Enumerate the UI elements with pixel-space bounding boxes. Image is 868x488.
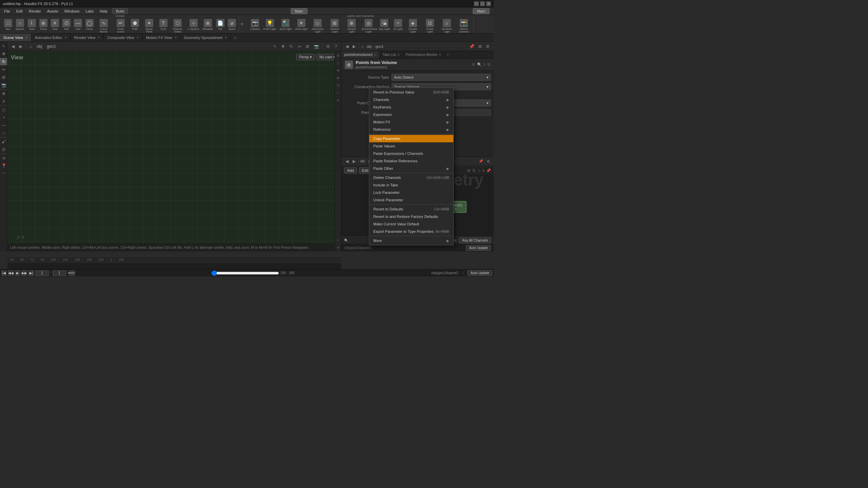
timeline-track[interactable] [7,263,341,269]
viewport-geo1-select[interactable]: geo1 [45,43,57,49]
prev-frame-btn[interactable]: ◀◀ [8,270,14,276]
rp-geo1-label[interactable]: geo1 [375,44,383,48]
viewport-settings-btn[interactable]: ⚙ [325,43,331,49]
ctx-paste-values[interactable]: Paste Values [369,142,453,150]
menu-file[interactable]: File [1,8,13,14]
viewport-scale-tool[interactable]: ⇔ [296,43,302,49]
vp-side-btn-3[interactable]: ⊕ [335,67,341,74]
key-all-channels-btn[interactable]: Key All Channels [459,238,491,243]
ctx-include-in-take[interactable]: Include in Take [369,181,453,189]
left-tool-rotate[interactable]: ↻ [0,58,7,65]
rp-home-btn[interactable]: ⌂ [360,43,365,49]
tab-motion-fx-view-close[interactable]: ✕ [174,36,177,39]
shelf-tool-torus[interactable]: ⊕ Torus [38,18,49,34]
shelf-tool-caustic-light[interactable]: ◈ Caustic Light [405,18,421,34]
menu-edit[interactable]: Edit [14,8,25,14]
ctx-motion-fx[interactable]: Motion FX ▶ [369,118,453,126]
shelf-add-button[interactable]: + [239,20,245,28]
left-tool-prim[interactable]: □ [0,129,7,137]
shelf-tool-sky-light[interactable]: 🌤 Sky Light [377,18,391,34]
shelf-tool-env-light[interactable]: ◎ Environment Light [360,18,377,34]
viewport-move-tool[interactable]: ✥ [280,43,286,49]
left-tool-handle[interactable]: ⊞ [0,74,7,81]
ctx-channels[interactable]: Channels ▶ [369,96,453,103]
shelf-tool-curve-bezier[interactable]: ∿ Curve Bezier [96,18,112,34]
frame-end-input[interactable] [53,270,66,276]
auto-update-btn[interactable]: Auto Update [466,245,491,251]
left-tool-grid[interactable]: # [0,98,7,105]
shelf-tool-sphere[interactable]: ○ Sphere [14,18,26,34]
ctx-revert-defaults[interactable]: Revert to Defaults Ctrl+MMB [369,205,453,213]
ctx-copy-parameter[interactable]: Copy Parameter [369,135,453,142]
viewport-handle-tool[interactable]: ⊞ [304,43,311,49]
shelf-tool-metaball[interactable]: ⊕ Metaball [201,18,214,34]
params-expand-icon[interactable]: ⊞ [487,62,490,67]
vp-side-btn-7[interactable]: ⌀ [335,97,341,103]
params-gear-icon[interactable]: ⚙ [472,62,475,67]
ctx-delete-channels[interactable]: Delete Channels Ctrl+Shift+LMB [369,174,453,181]
vp-side-btn-bottom2[interactable]: ✕ [335,244,341,251]
left-tool-paint[interactable]: 🖌 [0,138,7,145]
shelf-tool-draw-curve[interactable]: ✏ Draw Curve [113,18,129,34]
vp-side-btn-6[interactable]: • [335,89,341,96]
timeline-scrubber[interactable] [211,270,279,276]
menu-render[interactable]: Render [26,8,44,14]
rp-tab-take-list[interactable]: Take List ✕ [380,51,403,58]
rp-tab-perf-monitor[interactable]: Performance Monitor ✕ [403,51,445,58]
ctx-export-param[interactable]: Export Parameter to Type Properties Alt+… [369,228,453,235]
shelf-tool-distant-light[interactable]: ⊕ Distant Light [343,18,360,34]
menu-labs[interactable]: Labs [83,8,96,14]
rp-gear-btn[interactable]: ⚙ [485,43,491,49]
add-button[interactable]: Add [344,167,357,174]
ctx-revert-factory[interactable]: Revert to and Restore Factory Defaults [369,213,453,220]
frame-current-input[interactable] [35,270,49,276]
tab-geometry-spreadsheet-close[interactable]: ✕ [224,36,227,39]
shelf-tool-point-light[interactable]: 💡 Point Light [262,18,278,34]
ctx-unlock-param[interactable]: Unlock Parameter [369,196,453,204]
rp-tab-pfv-close[interactable]: ✕ [374,53,377,57]
ctx-make-default[interactable]: Make Current Value Default [369,220,453,228]
ctx-lock-param[interactable]: Lock Parameter [369,189,453,196]
left-tool-uv[interactable]: ⊡ [0,146,7,153]
shelf-tool-path[interactable]: ⬟ Path [130,18,140,34]
left-tool-pin[interactable]: 📍 [0,162,7,169]
shelf-tool-spray[interactable]: ✦ Spray Paint [141,18,157,34]
nv-expand-btn[interactable]: ⊞ [486,159,491,164]
left-tool-select[interactable]: ↖ [0,42,7,50]
tab-render-view[interactable]: Render View ✕ [71,34,104,41]
vp-side-btn-1[interactable]: ⊞ [335,52,341,59]
tab-scene-view-close[interactable]: ✕ [25,36,28,39]
viewport-arrow-tool[interactable]: ↖ [272,43,278,49]
maximize-button[interactable]: □ [480,1,485,6]
rp-tab-take-list-close[interactable]: ✕ [397,53,400,57]
menu-help[interactable]: Help [97,8,110,14]
shelf-tool-camera[interactable]: 📷 Camera [249,18,261,34]
first-frame-btn[interactable]: |◀ [1,270,7,276]
shelf-tool-spot-light[interactable]: 🔦 Spot Light [278,18,293,34]
shelf-tool-file[interactable]: 📄 File [215,18,226,34]
shelf-tool-circle[interactable]: ◯ Circle [84,18,95,34]
vp-side-btn-2[interactable]: ◻ [335,59,341,66]
minimize-button[interactable]: — [474,1,479,6]
viewport-rotate-tool[interactable]: ↻ [288,43,294,49]
viewport-obj-select[interactable]: obj [35,43,43,49]
left-tool-point[interactable]: • [0,114,7,121]
viewport-home-btn[interactable]: ⌂ [28,43,33,49]
rp-forward-btn[interactable]: ▶ [351,43,357,49]
tab-motion-fx-view[interactable]: Motion FX View ✕ [143,34,181,41]
ctx-paste-rel-ref[interactable]: Paste Relative References [369,157,453,165]
next-frame-btn[interactable]: ▶▶ [22,270,27,276]
tab-animation-editor-close[interactable]: ✕ [64,36,67,39]
viewport-back-btn[interactable]: ◀ [10,43,16,49]
left-tool-geometry[interactable]: ◻ [0,106,7,114]
ctx-revert-prev-value[interactable]: Revert to Previous Value Shift+RMB [369,88,453,96]
last-frame-btn[interactable]: ▶| [28,270,34,276]
build-button[interactable]: Build [112,8,128,14]
shelf-tool-area-light[interactable]: ☀ Area Light [294,18,309,34]
viewport-info-btn[interactable]: ? [333,43,338,49]
shelf-tool-lsystem[interactable]: ⊹ L-System [186,18,201,34]
rp-back-btn[interactable]: ◀ [344,43,350,49]
nv-add-pin-btn[interactable]: 📌 [477,159,484,164]
left-tool-snap[interactable]: ⊕ [0,90,7,97]
left-tool-pose[interactable]: ⌀ [0,154,7,162]
